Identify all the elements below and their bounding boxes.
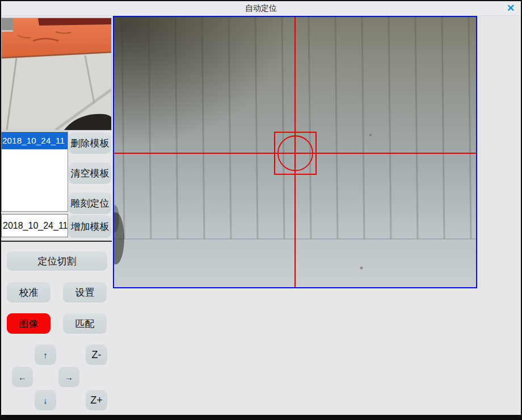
engrave-locate-button[interactable]: 雕刻定位 (69, 192, 111, 214)
template-name-input[interactable] (1, 214, 68, 237)
jog-down-button[interactable]: ↓ (35, 390, 56, 410)
template-thumbnail (1, 18, 112, 131)
camera-feed-image (114, 17, 476, 287)
locate-cut-button[interactable]: 定位切割 (7, 251, 107, 271)
add-template-button[interactable]: 增加模板 (69, 215, 111, 238)
jog-z-plus-button[interactable]: Z+ (86, 390, 107, 410)
jog-right-button[interactable]: → (58, 367, 79, 387)
jog-z-minus-button[interactable]: Z- (86, 345, 107, 365)
panel-divider (1, 241, 112, 242)
titlebar: 自动定位 ✕ (1, 1, 521, 16)
jog-left-button[interactable]: ← (12, 367, 33, 387)
camera-view[interactable] (113, 16, 477, 288)
settings-button[interactable]: 设置 (63, 282, 107, 303)
template-list[interactable]: 2018_10_24_11 (1, 132, 68, 212)
template-thumbnail-image (2, 18, 111, 130)
close-icon[interactable]: ✕ (505, 3, 516, 14)
delete-template-button[interactable]: 删除模板 (69, 132, 111, 154)
calibrate-button[interactable]: 校准 (7, 282, 50, 303)
template-list-item[interactable]: 2018_10_24_11 (2, 132, 68, 149)
window-title: 自动定位 (1, 1, 521, 16)
jog-up-button[interactable]: ↑ (35, 345, 56, 365)
auto-locate-window: 自动定位 ✕ (0, 0, 522, 420)
image-button-active[interactable]: 图像 (7, 313, 50, 334)
match-button[interactable]: 匹配 (63, 313, 107, 334)
clear-templates-button[interactable]: 清空模板 (69, 162, 111, 184)
